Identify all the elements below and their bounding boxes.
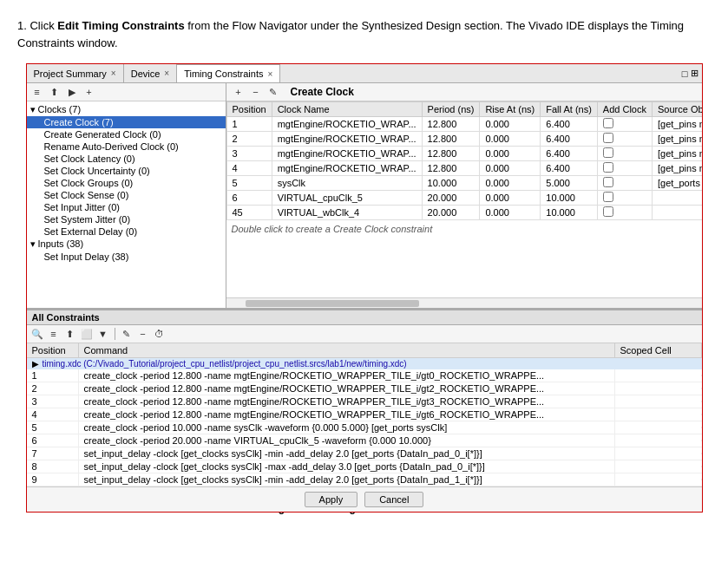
- main-window: Project Summary × Device × Timing Constr…: [26, 63, 703, 513]
- tree-set-input-jitter[interactable]: Set Input Jitter (0): [27, 201, 226, 213]
- table-row[interactable]: 5 sysClk 10.000 0.000 5.000 [get_ports s…: [226, 176, 702, 191]
- minimize-icon[interactable]: □: [682, 69, 688, 79]
- tree-inputs-section[interactable]: ▾ Inputs (38): [27, 238, 226, 251]
- tab-device[interactable]: Device ×: [124, 64, 177, 82]
- col-fall: Fall At (ns): [541, 102, 598, 117]
- instruction-text-before: Click: [30, 19, 57, 32]
- edit-all-icon[interactable]: ✎: [120, 327, 134, 341]
- all-cell-scope: [615, 440, 702, 441]
- cell-add: [597, 206, 652, 220]
- file-icon: ▶: [32, 359, 39, 369]
- all-cell-pos: 5: [27, 421, 79, 434]
- right-toolbar: + − ✎ Create Clock: [226, 83, 702, 101]
- all-constraints-header: All Constraints: [27, 310, 702, 325]
- cell-name: sysClk: [272, 176, 422, 191]
- horizontal-scrollbar[interactable]: [226, 297, 702, 308]
- cell-src: [get_ports sysClk]: [652, 176, 701, 191]
- up-all-icon[interactable]: ⬆: [63, 327, 77, 341]
- table-hint: Double click to create a Create Clock co…: [226, 220, 702, 238]
- cell-add: [597, 147, 652, 161]
- table-row[interactable]: 3 mgtEngine/ROCKETIO_WRAP... 12.800 0.00…: [226, 147, 702, 161]
- filter-icon[interactable]: ≡: [30, 85, 44, 99]
- right-panel: + − ✎ Create Clock Position Clock Name P…: [226, 83, 702, 308]
- cell-name: mgtEngine/ROCKETIO_WRAP...: [272, 117, 422, 132]
- grid-icon[interactable]: ⬜: [80, 327, 94, 341]
- cell-src: [get_pins mgtEngine/ROCKETIO_...: [652, 161, 701, 176]
- edit-icon[interactable]: ✎: [266, 85, 280, 99]
- cell-add: [597, 176, 652, 191]
- tree-clocks-section[interactable]: ▾ Clocks (7): [27, 103, 226, 116]
- col-rise: Rise At (ns): [480, 102, 541, 117]
- tree-rename-auto[interactable]: Rename Auto-Derived Clock (0): [27, 140, 226, 153]
- cancel-button[interactable]: Cancel: [364, 492, 423, 507]
- tree-set-clock-groups[interactable]: Set Clock Groups (0): [27, 177, 226, 189]
- table-row[interactable]: 2 mgtEngine/ROCKETIO_WRAP... 12.800 0.00…: [226, 132, 702, 147]
- all-cell-scope: [615, 427, 702, 428]
- clock-table: Position Clock Name Period (ns) Rise At …: [226, 101, 702, 220]
- clock-all-icon[interactable]: ⏱: [153, 327, 167, 341]
- tree-set-system-jitter[interactable]: Set System Jitter (0): [27, 213, 226, 225]
- all-data-row[interactable]: 7 set_input_delay -clock [get_clocks sys…: [27, 447, 702, 460]
- cell-fall: 6.400: [541, 161, 598, 176]
- left-panel: ≡ ⬆ ▶ + ▾ Clocks (7) Create Clock (7) Cr…: [27, 83, 226, 308]
- all-cell-scope: [615, 453, 702, 454]
- all-table-body: ▶ timing.xdc (C:/Vivado_Tutorial/project…: [27, 358, 702, 486]
- cell-rise: 0.000: [480, 132, 541, 147]
- cell-rise: 0.000: [480, 147, 541, 161]
- tree-set-clock-sense[interactable]: Set Clock Sense (0): [27, 189, 226, 201]
- all-data-row[interactable]: 9 set_input_delay -clock [get_clocks sys…: [27, 473, 702, 486]
- table-row[interactable]: 6 VIRTUAL_cpuClk_5 20.000 0.000 10.000: [226, 191, 702, 206]
- all-data-row[interactable]: 2 create_clock -period 12.800 -name mgtE…: [27, 382, 702, 395]
- filter-down-icon[interactable]: ▼: [96, 327, 110, 341]
- all-cell-pos: 7: [27, 447, 79, 460]
- all-cell-cmd: create_clock -period 12.800 -name mgtEng…: [79, 395, 615, 408]
- all-col-position: Position: [27, 343, 79, 357]
- apply-button[interactable]: Apply: [305, 492, 358, 507]
- search-icon[interactable]: 🔍: [30, 327, 44, 341]
- all-cell-pos: 9: [27, 473, 79, 486]
- tab-project-summary[interactable]: Project Summary ×: [27, 64, 124, 82]
- tree-create-clock[interactable]: Create Clock (7): [27, 116, 226, 128]
- close-project-summary[interactable]: ×: [111, 69, 116, 78]
- all-data-row[interactable]: 1 create_clock -period 12.800 -name mgtE…: [27, 369, 702, 382]
- filter-all-icon[interactable]: ≡: [47, 327, 61, 341]
- all-data-row[interactable]: 5 create_clock -period 10.000 -name sysC…: [27, 421, 702, 434]
- tree-set-external-delay[interactable]: Set External Delay (0): [27, 225, 226, 238]
- tab-timing-constraints[interactable]: Timing Constraints ×: [177, 64, 280, 82]
- clock-table-container: Position Clock Name Period (ns) Rise At …: [226, 101, 702, 297]
- remove-row-icon[interactable]: −: [249, 85, 263, 99]
- scrollbar-thumb[interactable]: [246, 300, 419, 307]
- maximize-icon[interactable]: ⊞: [691, 68, 698, 79]
- cell-name: VIRTUAL_wbClk_4: [272, 206, 422, 220]
- bottom-buttons: Apply Cancel: [27, 486, 702, 512]
- tree-set-clock-uncertainty[interactable]: Set Clock Uncertainty (0): [27, 165, 226, 177]
- play-icon[interactable]: ▶: [65, 85, 79, 99]
- up-icon[interactable]: ⬆: [48, 85, 62, 99]
- instruction-paragraph: 1. Click Edit Timing Constraints from th…: [17, 17, 711, 51]
- all-cell-scope: [615, 401, 702, 402]
- table-row[interactable]: 1 mgtEngine/ROCKETIO_WRAP... 12.800 0.00…: [226, 117, 702, 132]
- tree-set-clock-latency[interactable]: Set Clock Latency (0): [27, 153, 226, 165]
- add-icon[interactable]: +: [82, 85, 96, 99]
- all-data-row[interactable]: 4 create_clock -period 12.800 -name mgtE…: [27, 408, 702, 421]
- cell-pos: 1: [226, 117, 272, 132]
- cell-period: 12.800: [422, 117, 480, 132]
- remove-all-icon[interactable]: −: [136, 327, 150, 341]
- all-cell-cmd: create_clock -period 12.800 -name mgtEng…: [79, 382, 615, 395]
- cell-fall: 5.000: [541, 176, 598, 191]
- cell-period: 20.000: [422, 206, 480, 220]
- instruction-number: 1.: [17, 19, 27, 32]
- all-data-row[interactable]: 3 create_clock -period 12.800 -name mgtE…: [27, 395, 702, 408]
- all-data-row[interactable]: 6 create_clock -period 20.000 -name VIRT…: [27, 434, 702, 447]
- tree-create-generated-clock[interactable]: Create Generated Clock (0): [27, 128, 226, 140]
- close-device[interactable]: ×: [164, 69, 169, 78]
- cell-fall: 6.400: [541, 147, 598, 161]
- all-data-row[interactable]: 8 set_input_delay -clock [get_clocks sys…: [27, 460, 702, 473]
- cell-rise: 0.000: [480, 191, 541, 206]
- cell-pos: 45: [226, 206, 272, 220]
- close-timing-constraints[interactable]: ×: [267, 69, 272, 79]
- add-row-icon[interactable]: +: [232, 85, 246, 99]
- tree-set-input-delay[interactable]: Set Input Delay (38): [27, 251, 226, 263]
- table-row[interactable]: 4 mgtEngine/ROCKETIO_WRAP... 12.800 0.00…: [226, 161, 702, 176]
- table-row[interactable]: 45 VIRTUAL_wbClk_4 20.000 0.000 10.000: [226, 206, 702, 220]
